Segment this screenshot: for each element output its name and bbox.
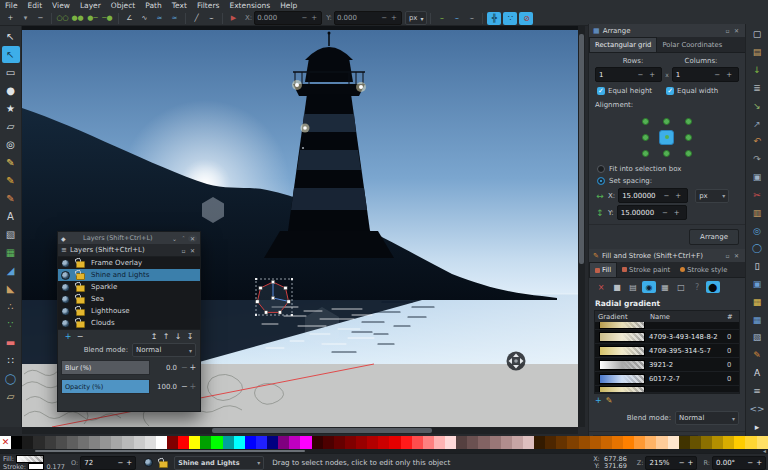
gradient-row[interactable]: 4709-395-314-5-70 — [595, 344, 739, 358]
layer-lock-icon[interactable] — [76, 297, 85, 304]
fit-selection-radio[interactable]: Fit into selection box — [589, 163, 745, 175]
node-tool[interactable]: ↖ — [2, 46, 20, 63]
palette-swatch-none[interactable]: ✕ — [0, 436, 11, 449]
fill-stroke-float-icon[interactable]: ▫ — [723, 252, 732, 259]
palette-swatch[interactable] — [22, 436, 33, 449]
palette-swatch[interactable] — [111, 436, 122, 449]
layer-lock-icon[interactable] — [76, 309, 85, 316]
node-smooth-icon[interactable]: ∿ — [138, 12, 151, 25]
paint-none-button[interactable]: × — [594, 281, 608, 293]
menu-extensions[interactable]: Extensions — [224, 0, 275, 11]
rectangle-tool[interactable]: ▭ — [2, 64, 20, 81]
join-with-segment-icon[interactable]: ●─ — [86, 12, 99, 25]
palette-swatch[interactable] — [256, 436, 267, 449]
alignment-option[interactable] — [663, 150, 670, 157]
copy-icon[interactable]: ▣ — [749, 169, 766, 186]
palette-swatch[interactable] — [523, 436, 534, 449]
layers-blend-mode-dropdown[interactable]: Normal▾ — [132, 343, 196, 357]
rows-spinbox[interactable]: 1 −+ — [595, 67, 662, 82]
insert-node-icon[interactable]: + — [4, 12, 17, 25]
selector-tool[interactable]: ↖ — [2, 28, 20, 45]
menu-filters[interactable]: Filters — [192, 0, 224, 11]
layer-row[interactable]: Frame Overlay — [58, 257, 200, 269]
canvas-horizontal-scrollbar[interactable] — [22, 427, 578, 434]
fill-swatch[interactable] — [16, 455, 44, 463]
insert-node-options-icon[interactable]: ▾ — [19, 12, 32, 25]
arrange-close-icon[interactable]: ✕ — [732, 27, 741, 34]
unit-dropdown[interactable]: px▾ — [405, 11, 428, 25]
delete-node-icon[interactable]: − — [34, 12, 47, 25]
lower-layer-button[interactable]: ↓ — [172, 332, 184, 341]
segment-curve-icon[interactable]: ⌣ — [205, 12, 218, 25]
calligraphy-tool[interactable]: ✎ — [2, 190, 20, 207]
arrange-float-icon[interactable]: ▫ — [723, 27, 732, 34]
palette-swatch[interactable] — [300, 436, 311, 449]
tab-polar-coordinates[interactable]: Polar Coordinates — [657, 37, 727, 52]
equal-width-checkbox[interactable]: ✓Equal width — [666, 87, 718, 95]
stroke-width-value[interactable]: 0.177 — [46, 463, 65, 470]
layers-blur-slider[interactable]: Blur (%) — [61, 360, 150, 375]
palette-swatch[interactable] — [78, 436, 89, 449]
gradient-row[interactable] — [595, 386, 739, 393]
raise-layer-top-button[interactable]: ↥ — [148, 332, 160, 341]
gradient-row[interactable] — [595, 322, 739, 330]
join-nodes-icon[interactable]: ●● — [71, 12, 84, 25]
layer-visible-icon[interactable] — [61, 295, 70, 304]
tweak-tool[interactable]: ∴ — [2, 298, 20, 315]
palette-swatch[interactable] — [156, 436, 167, 449]
tab-fill[interactable]: Fill — [589, 262, 617, 277]
zoom-drawing-icon[interactable]: ◎ — [749, 222, 766, 239]
layer-row[interactable]: Lighthouse — [58, 305, 200, 317]
show-transform-handles-toggle[interactable]: ╬ — [487, 12, 501, 25]
palette-swatch[interactable] — [456, 436, 467, 449]
alignment-option[interactable] — [659, 130, 674, 145]
layers-opacity-value[interactable]: 100.0 — [153, 383, 177, 391]
menu-help[interactable]: Help — [275, 0, 302, 11]
y-coordinate-field[interactable]: 0.000 −+ — [334, 11, 402, 25]
menu-object[interactable]: Object — [106, 0, 140, 11]
add-gradient-button[interactable]: + — [595, 396, 602, 405]
palette-swatch[interactable] — [612, 436, 623, 449]
layer-row[interactable]: Sea — [58, 293, 200, 305]
menu-file[interactable]: File — [0, 0, 23, 11]
layers-dialog-icon[interactable]: ≡ — [749, 383, 766, 400]
tab-stroke-style[interactable]: Stroke style — [675, 262, 732, 277]
text-tool[interactable]: A — [2, 208, 20, 225]
alignment-grid[interactable] — [635, 113, 699, 161]
raise-layer-button[interactable]: ↑ — [160, 332, 172, 341]
palette-swatch[interactable] — [334, 436, 345, 449]
unlink-clone-icon[interactable]: ▦ — [749, 311, 766, 328]
palette-swatch[interactable] — [556, 436, 567, 449]
palette-swatch[interactable] — [701, 436, 712, 449]
zoom-spinbox[interactable]: 215% −+ — [645, 456, 697, 470]
layer-visible-icon[interactable] — [61, 307, 70, 316]
palette-swatch[interactable] — [668, 436, 679, 449]
layer-lock-icon[interactable] — [76, 321, 85, 328]
menu-text[interactable]: Text — [167, 0, 192, 11]
palette-swatch[interactable] — [89, 436, 100, 449]
page-icon[interactable]: ▯ — [749, 258, 766, 275]
alignment-option[interactable] — [685, 118, 692, 125]
import-icon[interactable]: ↘ — [749, 97, 766, 114]
node-corner-icon[interactable]: ∠ — [123, 12, 136, 25]
palette-swatch[interactable] — [745, 436, 756, 449]
paint-radial-gradient-button[interactable]: ◉ — [642, 281, 656, 293]
palette-swatch[interactable] — [33, 436, 44, 449]
star-tool[interactable]: ★ — [2, 100, 20, 117]
duplicate-icon[interactable]: ▣ — [749, 276, 766, 293]
spacing-y-spinbox[interactable]: 15.00000 −+ — [617, 205, 687, 220]
paint-swatch-button[interactable]: □ — [674, 281, 688, 293]
fs-blend-mode-dropdown[interactable]: Normal▾ — [675, 411, 739, 425]
alignment-option[interactable] — [663, 118, 670, 125]
dropper-tool[interactable]: ◢ — [2, 262, 20, 279]
palette-swatch[interactable] — [167, 436, 178, 449]
clone-icon[interactable]: ▦ — [749, 293, 766, 310]
palette-swatch[interactable] — [534, 436, 545, 449]
dialog-maximize-icon[interactable]: ˆ — [179, 235, 188, 242]
palette-swatch[interactable] — [45, 436, 56, 449]
palette-swatch[interactable] — [712, 436, 723, 449]
paint-bucket-tool[interactable]: ◣ — [2, 280, 20, 297]
zoom-page-icon[interactable]: ◯ — [749, 240, 766, 257]
palette-swatch[interactable] — [378, 436, 389, 449]
add-layer-button[interactable]: + — [62, 332, 74, 341]
